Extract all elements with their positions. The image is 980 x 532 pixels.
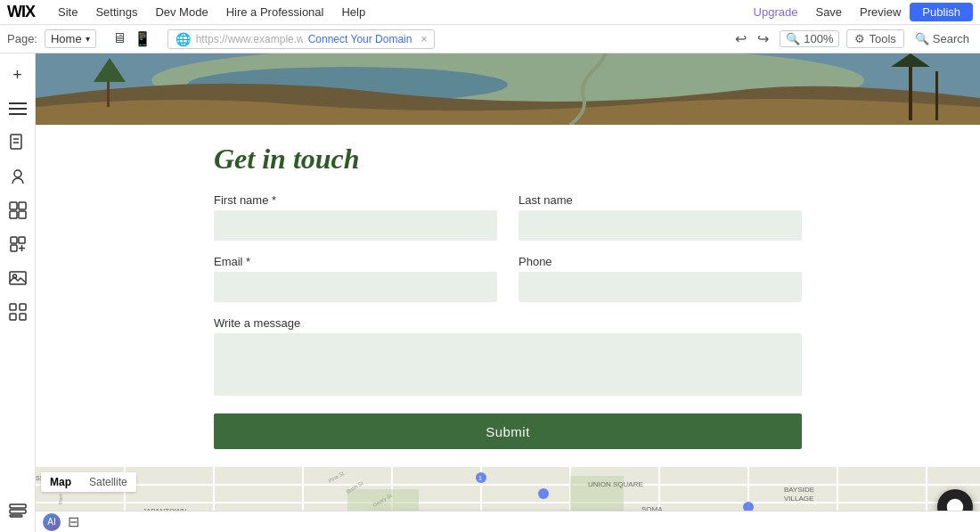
map-tab-map[interactable]: Map	[41, 472, 80, 492]
svg-rect-11	[11, 237, 17, 243]
domain-url: https://www.example.wixsite.com	[196, 33, 303, 45]
mobile-icon[interactable]: 📱	[132, 29, 153, 49]
zoom-display[interactable]: 🔍 100%	[780, 30, 839, 47]
undo-redo-controls: ↩ ↪	[731, 29, 772, 49]
layers-bottom-icon[interactable]: ⊟	[68, 513, 79, 530]
map-tab-satellite[interactable]: Satellite	[80, 472, 136, 492]
bottom-bar: AI ⊟	[36, 511, 980, 532]
device-toggle: 🖥 📱	[110, 29, 153, 49]
save-button[interactable]: Save	[806, 5, 851, 19]
svg-rect-21	[20, 314, 26, 320]
svg-rect-28	[107, 80, 110, 107]
chevron-down-icon: ▾	[86, 34, 90, 44]
nav-site[interactable]: Site	[49, 0, 86, 25]
search-icon: 🔍	[915, 32, 929, 45]
phone-label: Phone	[519, 255, 802, 268]
submit-group: Submit	[214, 410, 802, 449]
svg-rect-9	[10, 211, 17, 218]
preview-button[interactable]: Preview	[851, 5, 910, 19]
last-name-group: Last name	[519, 193, 802, 241]
svg-rect-1	[9, 108, 27, 110]
publish-button[interactable]: Publish	[910, 3, 973, 21]
svg-rect-2	[9, 113, 27, 115]
nav-help[interactable]: Help	[332, 0, 374, 25]
main-area: +	[0, 53, 980, 532]
last-name-input[interactable]	[519, 210, 802, 241]
svg-rect-0	[9, 102, 27, 104]
hero-image	[36, 53, 980, 125]
connect-domain-link[interactable]: Connect Your Domain	[308, 33, 412, 45]
first-name-label: First name *	[214, 193, 497, 207]
sidebar-blocks[interactable]	[4, 196, 32, 225]
svg-rect-12	[19, 237, 25, 243]
svg-rect-3	[11, 135, 21, 149]
sidebar-add[interactable]: +	[4, 61, 32, 89]
tools-button[interactable]: ⚙ Tools	[846, 29, 903, 48]
sidebar-media[interactable]	[4, 264, 32, 292]
tools-label: Tools	[869, 32, 895, 45]
nav-dev-mode[interactable]: Dev Mode	[146, 0, 216, 25]
wix-logo: WIX	[7, 3, 35, 21]
phone-input[interactable]	[519, 272, 802, 302]
zoom-icon: 🔍	[786, 32, 800, 45]
map-tab-group: Map Satellite	[41, 472, 136, 492]
svg-rect-23	[10, 510, 26, 513]
email-input[interactable]	[214, 272, 497, 302]
sidebar-menus[interactable]	[4, 94, 32, 123]
zoom-level: 100%	[804, 32, 833, 45]
nav-hire[interactable]: Hire a Professional	[217, 0, 333, 25]
svg-point-6	[14, 170, 21, 177]
form-title: Get in touch	[214, 143, 909, 176]
email-group: Email *	[214, 255, 497, 302]
sidebar-app-market[interactable]	[4, 298, 32, 326]
svg-rect-13	[11, 245, 17, 251]
canvas: Get in touch First name * Last name Emai…	[36, 53, 980, 532]
svg-rect-8	[19, 202, 26, 209]
svg-rect-18	[10, 304, 16, 310]
svg-rect-19	[20, 304, 26, 310]
message-input[interactable]	[214, 333, 802, 396]
ai-label: AI	[47, 517, 55, 527]
svg-rect-7	[10, 202, 17, 209]
search-button[interactable]: 🔍 Search	[911, 30, 973, 47]
svg-text:UNION SQUARE: UNION SQUARE	[588, 480, 643, 488]
contact-form-section: Get in touch First name * Last name Emai…	[36, 125, 980, 467]
form-grid: First name * Last name Email * Phone	[214, 193, 802, 449]
ai-assistant-icon[interactable]: AI	[43, 513, 61, 531]
domain-bar: 🌐 https://www.example.wixsite.com Connec…	[167, 29, 436, 49]
upgrade-button[interactable]: Upgrade	[745, 5, 807, 19]
svg-text:1: 1	[478, 475, 482, 481]
sidebar-pages[interactable]	[4, 128, 32, 157]
phone-group: Phone	[519, 255, 802, 302]
tools-icon: ⚙	[854, 32, 865, 45]
sidebar-widgets[interactable]	[4, 230, 32, 258]
sidebar: +	[0, 53, 36, 532]
globe-icon: 🌐	[176, 32, 191, 46]
svg-rect-32	[935, 71, 938, 120]
first-name-input[interactable]	[214, 210, 497, 241]
first-name-group: First name *	[214, 193, 497, 241]
page-selector[interactable]: Home ▾	[45, 29, 96, 48]
svg-text:VILLAGE: VILLAGE	[784, 495, 813, 503]
svg-rect-20	[10, 314, 16, 320]
top-toolbar: WIX Site Settings Dev Mode Hire a Profes…	[0, 0, 980, 25]
page-label: Page:	[7, 32, 37, 45]
svg-point-68	[538, 488, 549, 499]
message-label: Write a message	[214, 316, 802, 330]
desktop-icon[interactable]: 🖥	[110, 29, 128, 49]
svg-rect-30	[909, 62, 912, 120]
sidebar-design[interactable]	[4, 162, 32, 191]
submit-button[interactable]: Submit	[214, 413, 802, 449]
svg-rect-16	[10, 272, 26, 284]
svg-rect-24	[10, 515, 22, 517]
svg-rect-10	[19, 211, 26, 218]
domain-close-button[interactable]: ×	[421, 33, 427, 45]
undo-button[interactable]: ↩	[731, 29, 750, 49]
svg-rect-22	[10, 504, 26, 508]
message-group: Write a message	[214, 316, 802, 396]
second-toolbar: Page: Home ▾ 🖥 📱 🌐 https://www.example.w…	[0, 25, 980, 53]
sidebar-layers[interactable]	[4, 496, 32, 525]
nav-settings[interactable]: Settings	[86, 0, 146, 25]
last-name-label: Last name	[519, 193, 802, 207]
redo-button[interactable]: ↪	[754, 29, 772, 49]
